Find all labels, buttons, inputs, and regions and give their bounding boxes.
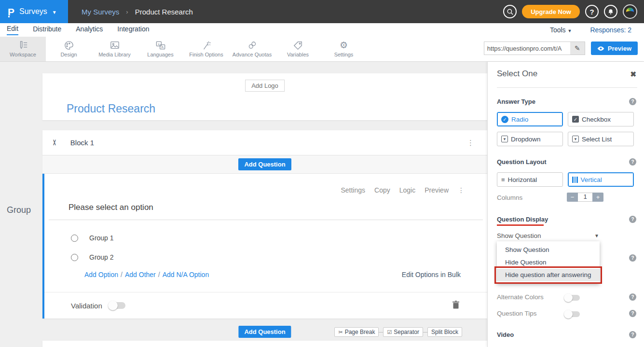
question-card[interactable]: Settings Copy Logic Preview ⋮ Please sel… xyxy=(42,174,487,319)
increment-button[interactable]: + xyxy=(592,193,603,202)
help-button[interactable]: ? xyxy=(585,5,599,18)
answer-type-select-list[interactable]: ▼Select List xyxy=(568,132,634,146)
collapse-block-icon[interactable]: ˅˄ xyxy=(53,140,56,146)
help-icon[interactable]: ? xyxy=(629,158,636,166)
add-question-strip: Add Question xyxy=(42,155,487,174)
radio-option-icon[interactable] xyxy=(71,235,78,242)
answer-type-label: Answer Type xyxy=(497,98,535,105)
option-label[interactable]: Group 2 xyxy=(89,253,114,261)
workspace-icon xyxy=(18,41,28,50)
close-icon[interactable]: ✖ xyxy=(630,70,636,79)
layout-horizontal-button[interactable]: ≡Horizontal xyxy=(497,172,563,187)
help-icon[interactable]: ? xyxy=(629,216,636,223)
answer-type-radio[interactable]: ✓Radio xyxy=(497,112,563,126)
search-button[interactable] xyxy=(503,5,517,18)
question-settings-link[interactable]: Settings xyxy=(341,186,365,194)
check-circle-icon: ✓ xyxy=(501,116,508,123)
menu-item-hide-question[interactable]: Hide Question xyxy=(497,256,600,269)
split-block-button[interactable]: Split Block xyxy=(427,327,462,337)
notifications-button[interactable] xyxy=(604,5,617,18)
question-settings-panel: Select One ✖ Answer Type ? ✓Radio ✓Check… xyxy=(487,62,644,347)
separator-button[interactable]: ☑Separator xyxy=(383,327,423,337)
radio-option-icon[interactable] xyxy=(71,254,78,261)
breadcrumb-separator-icon: › xyxy=(126,8,128,15)
divider xyxy=(379,332,383,333)
toolbar-item-design[interactable]: Design xyxy=(46,37,92,61)
chevron-down-icon: ▼ xyxy=(567,28,572,33)
block-title[interactable]: Block 1 xyxy=(70,139,94,147)
answer-type-checkbox[interactable]: ✓Checkbox xyxy=(568,112,634,126)
validation-row: Validation xyxy=(44,292,487,319)
menu-item-hide-after-answering[interactable]: Hide question after answering xyxy=(497,269,600,281)
tab-edit[interactable]: Edit xyxy=(7,25,18,35)
question-copy-link[interactable]: Copy xyxy=(374,186,390,194)
add-question-button[interactable]: Add Question xyxy=(238,158,291,170)
menu-item-show-question[interactable]: Show Question xyxy=(497,244,600,256)
page-break-button[interactable]: ✂Page Break xyxy=(334,327,379,337)
survey-title[interactable]: Product Research xyxy=(67,102,155,115)
toolbar-item-media-library[interactable]: Media Library xyxy=(92,37,137,61)
add-logo-button[interactable]: Add Logo xyxy=(245,80,285,92)
toolbar-item-settings[interactable]: ⚙ Settings xyxy=(321,37,367,61)
survey-url-field: ✎ xyxy=(484,42,585,55)
tab-integration[interactable]: Integration xyxy=(117,25,149,35)
avatar[interactable] xyxy=(623,4,637,19)
question-display-select[interactable]: Show Question ▼ xyxy=(497,230,599,241)
option-label[interactable]: Group 1 xyxy=(89,234,114,242)
validation-toggle[interactable] xyxy=(109,302,125,309)
edit-url-button[interactable]: ✎ xyxy=(570,42,585,55)
breadcrumb-my-surveys[interactable]: My Surveys xyxy=(82,8,119,16)
translate-icon: xA xyxy=(155,41,166,50)
question-logic-link[interactable]: Logic xyxy=(399,186,415,194)
toolbar-item-advance-quotas[interactable]: Advance Quotas xyxy=(229,37,275,61)
add-na-option-link[interactable]: Add N/A Option xyxy=(163,271,209,278)
survey-canvas: Group Add Logo Product Research ˅˄ Block… xyxy=(0,62,487,347)
tab-analytics[interactable]: Analytics xyxy=(76,25,103,35)
option-row: Group 1 xyxy=(71,234,114,242)
trash-icon xyxy=(452,301,459,309)
link-separator: / xyxy=(121,271,123,278)
add-other-link[interactable]: Add Other xyxy=(125,271,156,278)
question-more-menu-icon[interactable]: ⋮ xyxy=(458,186,465,194)
answer-type-dropdown[interactable]: ▼Dropdown xyxy=(497,132,563,146)
toolbar-item-languages[interactable]: xA Languages xyxy=(137,37,183,61)
decrement-button[interactable]: − xyxy=(567,193,578,202)
question-layout-label: Question Layout xyxy=(497,158,547,166)
alternate-colors-toggle[interactable] xyxy=(565,295,580,301)
responses-link[interactable]: Responses: 2 xyxy=(590,26,631,34)
columns-value: 1 xyxy=(578,193,592,202)
question-tips-toggle[interactable] xyxy=(565,311,580,317)
tag-icon xyxy=(293,41,303,50)
tab-distribute[interactable]: Distribute xyxy=(33,25,61,35)
product-switcher[interactable]: P Surveys ▼ xyxy=(0,0,68,23)
help-icon[interactable]: ? xyxy=(629,331,636,338)
top-bar: P Surveys ▼ My Surveys › Product Researc… xyxy=(0,0,644,23)
delete-question-button[interactable] xyxy=(452,301,459,311)
help-icon[interactable]: ? xyxy=(629,254,636,262)
question-menu: Settings Copy Logic Preview ⋮ xyxy=(341,186,465,194)
preview-button[interactable]: Preview xyxy=(591,42,638,55)
panel-title: Select One xyxy=(497,69,537,79)
help-icon[interactable]: ? xyxy=(629,310,636,317)
help-icon[interactable]: ? xyxy=(629,98,636,105)
video-label: Video xyxy=(497,331,514,338)
upgrade-now-button[interactable]: Upgrade Now xyxy=(522,5,580,18)
edit-options-in-bulk-link[interactable]: Edit Options in Bulk xyxy=(402,271,461,278)
question-text[interactable]: Please select an option xyxy=(69,203,153,212)
checkbox-icon: ✓ xyxy=(572,116,579,123)
tools-menu[interactable]: Tools ▼ xyxy=(550,26,572,34)
help-icon[interactable]: ? xyxy=(629,293,636,301)
add-question-button[interactable]: Add Question xyxy=(238,326,291,338)
question-preview-link[interactable]: Preview xyxy=(425,186,449,194)
eye-icon xyxy=(597,46,604,51)
question-display-label: Question Display xyxy=(497,216,548,223)
image-icon xyxy=(110,41,120,50)
toolbar-item-variables[interactable]: Variables xyxy=(275,37,321,61)
alternate-colors-label: Alternate Colors xyxy=(497,293,544,301)
toolbar-item-finish-options[interactable]: Finish Options xyxy=(183,37,229,61)
layout-vertical-button[interactable]: Vertical xyxy=(568,172,634,187)
block-menu-icon[interactable]: ⋮ xyxy=(467,139,475,147)
add-option-link[interactable]: Add Option xyxy=(84,271,118,278)
survey-url-input[interactable] xyxy=(484,42,570,55)
toolbar-item-workspace[interactable]: Workspace xyxy=(0,37,46,61)
